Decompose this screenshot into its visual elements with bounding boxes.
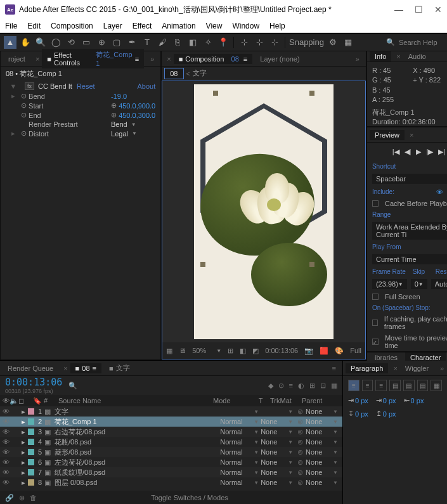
last-frame-icon[interactable]: ▶|: [438, 148, 445, 156]
parent-dropdown[interactable]: None: [306, 468, 331, 476]
layer-row[interactable]: 👁▸3▣右边荷花/08.psdNormal▼None▼⊚None▼: [0, 427, 342, 437]
composition-tab[interactable]: ■Composition 08 ≡: [174, 54, 253, 64]
channels-icon[interactable]: 🟥: [320, 347, 328, 355]
indent-right[interactable]: ⇤0 px: [404, 396, 424, 404]
justify-all[interactable]: ▦: [431, 380, 442, 391]
trkmat-dropdown[interactable]: None: [261, 428, 286, 436]
layer-color-tag[interactable]: [28, 469, 34, 475]
visibility-toggle[interactable]: 👁: [3, 468, 9, 476]
mask-icon[interactable]: ◩: [252, 347, 259, 355]
toggle-switches[interactable]: Toggle Switches / Modes: [42, 494, 337, 501]
layer-row[interactable]: 👁▸7▣纸质纹理/08.psdNormal▼None▼⊚None▼: [0, 467, 342, 477]
draft3d-icon[interactable]: ▦: [331, 382, 337, 390]
menu-layer[interactable]: Layer: [103, 22, 122, 30]
trash-icon[interactable]: 🗑: [30, 494, 37, 501]
render-queue-tab[interactable]: Render Queue: [3, 363, 58, 373]
about-link[interactable]: About: [138, 82, 156, 90]
layer-color-tag[interactable]: [28, 479, 34, 486]
roto-tool[interactable]: ✧: [202, 36, 214, 49]
snap-opts-icon[interactable]: ⚙: [327, 36, 339, 49]
prop-end[interactable]: ⊙ End⊕ 450.0,300.0: [1, 110, 160, 120]
eraser-tool[interactable]: ◧: [186, 36, 199, 49]
maximize-button[interactable]: ☐: [415, 4, 423, 15]
panel-menu-icon[interactable]: »: [146, 55, 158, 63]
layer-color-tag[interactable]: [28, 449, 34, 455]
layer-color-tag[interactable]: [28, 429, 34, 435]
blend-mode-dropdown[interactable]: Normal: [220, 479, 252, 486]
menu-file[interactable]: File: [5, 22, 17, 30]
color-icon[interactable]: 🎨: [335, 347, 344, 355]
visibility-toggle[interactable]: 👁: [3, 408, 9, 415]
motion-blur-icon[interactable]: ◐: [298, 382, 304, 390]
effect-header-row[interactable]: ▼ fx CC Bend It Reset About: [1, 81, 160, 91]
shy-icon[interactable]: ⊙: [278, 382, 284, 390]
close-icon[interactable]: ×: [167, 55, 171, 63]
visibility-toggle[interactable]: 👁: [3, 428, 9, 436]
audio-tab[interactable]: Audio: [403, 51, 431, 61]
next-frame-icon[interactable]: |▶: [426, 148, 433, 156]
parent-dropdown[interactable]: None: [306, 438, 331, 446]
playfrom-dropdown[interactable]: Current Time▼: [372, 254, 447, 264]
subtab-08[interactable]: 08: [164, 68, 183, 79]
camera-tool[interactable]: ▭: [80, 36, 93, 49]
trkmat-dropdown[interactable]: None: [261, 479, 286, 486]
menu-help[interactable]: Help: [269, 22, 285, 30]
res-icon[interactable]: ⊞: [228, 347, 233, 355]
channel-icon[interactable]: ◧: [240, 347, 246, 355]
timecode[interactable]: 0:00:13:06: [5, 377, 62, 388]
brush-tool[interactable]: 🖌: [156, 36, 169, 49]
trkmat-dropdown[interactable]: None: [261, 458, 286, 466]
pickwhip-icon[interactable]: ⊚: [295, 458, 306, 467]
layer-row[interactable]: 👁▸6▣左边荷花/08.psdNormal▼None▼⊚None▼: [0, 457, 342, 467]
puppet-tool[interactable]: 📍: [217, 36, 230, 49]
search-input[interactable]: Search Help: [399, 39, 443, 46]
pickwhip-icon[interactable]: ⊚: [295, 418, 306, 426]
bone-icon[interactable]: ⊛: [19, 494, 25, 502]
layer-row[interactable]: 👁▸4▣花瓶/08.psdNormal▼None▼⊚None▼: [0, 437, 342, 447]
layer-row[interactable]: 👁▸8▣图层 0/08.psdNormal▼None▼⊚None▼: [0, 477, 342, 488]
link-icon[interactable]: 🔗: [5, 494, 14, 502]
reset-link[interactable]: Reset: [77, 82, 95, 90]
anchor-tool[interactable]: ⊕: [95, 36, 108, 49]
prop-distort[interactable]: ▸⊙ DistortLegal▼: [1, 129, 160, 138]
timecode-display[interactable]: 0:00:13:06: [265, 347, 298, 354]
search-icon[interactable]: 🔍: [68, 382, 77, 390]
justify-right[interactable]: ▤: [417, 380, 429, 391]
parent-dropdown[interactable]: None: [306, 479, 331, 486]
trkmat-dropdown[interactable]: None: [261, 468, 286, 476]
close-icon[interactable]: ×: [36, 55, 39, 63]
space-after[interactable]: ↥0 px: [376, 410, 396, 418]
menu-window[interactable]: Window: [232, 22, 259, 30]
paragraph-tab[interactable]: Paragraph: [346, 363, 388, 373]
layer-color-tag[interactable]: [28, 418, 34, 425]
pickwhip-icon[interactable]: ⊚: [295, 428, 306, 436]
visibility-toggle[interactable]: 👁: [3, 479, 9, 486]
menu-edit[interactable]: Edit: [27, 22, 41, 30]
justify-center[interactable]: ▤: [403, 380, 415, 391]
pickwhip-icon[interactable]: ⊚: [295, 448, 306, 456]
snapping-toggle[interactable]: Snapping: [289, 36, 324, 49]
rect-tool[interactable]: ▢: [110, 36, 123, 49]
align-center[interactable]: ≡: [362, 380, 373, 391]
layer-row[interactable]: 👁▸5▣菱形/08.psdNormal▼None▼⊚None▼: [0, 447, 342, 457]
zoom-level[interactable]: 50%: [192, 347, 206, 354]
info-tab[interactable]: Info: [370, 51, 391, 61]
first-frame-icon[interactable]: |◀: [392, 148, 399, 156]
comp-mini-icon[interactable]: ◆: [268, 382, 273, 390]
resolution-dropdown[interactable]: Auto▼: [431, 279, 447, 289]
orbit-tool[interactable]: ◯: [49, 36, 62, 49]
menu-composition[interactable]: Composition: [51, 22, 93, 30]
move-time-checkbox[interactable]: Move time to preview time: [385, 334, 447, 349]
pickwhip-icon[interactable]: ⊚: [295, 438, 306, 446]
timeline-tab-08[interactable]: ■ 08 ≡: [70, 363, 101, 373]
wiggler-tab[interactable]: Wiggler: [400, 363, 434, 373]
monitor-icon[interactable]: 🖥: [179, 347, 186, 354]
trkmat-dropdown[interactable]: None: [261, 438, 286, 446]
visibility-toggle[interactable]: 👁: [3, 458, 9, 466]
close-button[interactable]: ✕: [434, 4, 442, 15]
visibility-toggle[interactable]: 👁: [3, 448, 9, 456]
parent-dropdown[interactable]: None: [306, 448, 331, 456]
skip-dropdown[interactable]: 0▼: [411, 279, 427, 289]
trkmat-dropdown[interactable]: None: [261, 448, 286, 456]
trkmat-dropdown[interactable]: None: [261, 418, 286, 425]
